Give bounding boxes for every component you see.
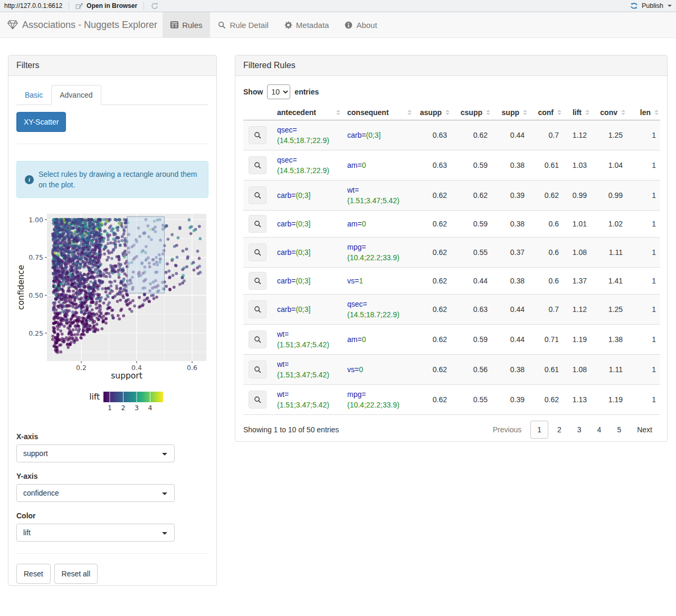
consequent-cell: mpg=(10.4;22.2;33.9) [342, 385, 413, 415]
viewer-toolbar: http://127.0.0.1:6612 Open in Browser Pu… [0, 0, 676, 12]
app-brand: Associations - Nuggets Explorer [0, 12, 163, 37]
rule-value: (14.5;18.7;22.9) [347, 309, 399, 320]
magnifier-icon [254, 192, 262, 200]
svg-text:confidence: confidence [16, 265, 26, 310]
inspect-rule-button[interactable] [249, 186, 266, 204]
page-button-1[interactable]: 1 [530, 421, 548, 439]
y-axis-select[interactable]: confidence [16, 484, 175, 502]
page-button-4[interactable]: 4 [591, 421, 608, 439]
magnifier-icon [254, 306, 262, 314]
publish-button[interactable]: Publish [624, 0, 667, 12]
inspect-rule-button[interactable] [249, 156, 266, 174]
refresh-button[interactable] [145, 0, 164, 12]
inspect-rule-button[interactable] [249, 215, 266, 233]
lift-cell: 1.12 [563, 295, 591, 325]
y-axis-label: Y-axis [16, 472, 208, 480]
column-header-supp[interactable]: supp [492, 106, 529, 120]
inspect-rule-button[interactable] [249, 300, 266, 318]
page-button-5[interactable]: 5 [610, 421, 628, 439]
csupp-cell: 0.44 [451, 268, 492, 295]
asupp-cell: 0.63 [413, 120, 451, 150]
supp-cell: 0.38 [492, 150, 529, 181]
svg-text:support: support [111, 371, 142, 381]
column-header-conv[interactable]: conv [591, 106, 627, 120]
rule-variable: qsec= [277, 156, 297, 164]
rule-row-10: wt=(1.51;3.47;5.42)mpg=(10.4;22.2;33.9)0… [243, 385, 660, 415]
len-cell: 1 [627, 181, 660, 211]
navbar-tab-rules[interactable]: Rules [163, 12, 210, 37]
supp-cell: 0.37 [492, 238, 529, 268]
navbar-tab-about[interactable]: About [337, 12, 385, 37]
rules-table-body: qsec=(14.5;18.7;22.9)carb=(0;3]0.630.620… [243, 120, 660, 415]
svg-text:2: 2 [121, 404, 126, 412]
svg-text:4: 4 [148, 404, 153, 412]
color-value: lift [23, 528, 31, 537]
gem-icon [7, 20, 18, 30]
gear-icon [284, 21, 292, 29]
consequent-cell: carb=(0;3] [342, 120, 413, 150]
rule-variable: wt= [347, 186, 359, 194]
xy-scatter-button[interactable]: XY-Scatter [16, 112, 66, 132]
column-header-conf[interactable]: conf [529, 106, 563, 120]
navbar-tab-metadata[interactable]: Metadata [277, 12, 337, 37]
magnifier-icon [254, 336, 262, 344]
publish-menu-caret[interactable] [667, 0, 676, 12]
column-header-consequent[interactable]: consequent [342, 106, 413, 120]
actions-cell [243, 355, 272, 385]
actions-cell [243, 385, 272, 415]
column-header-lift[interactable]: lift [563, 106, 591, 120]
x-axis-label: X-axis [16, 432, 208, 441]
rule-row-3: carb=(0;3]wt=(1.51;3.47;5.42)0.620.620.3… [243, 181, 660, 211]
open-in-browser-button[interactable]: Open in Browser [70, 0, 142, 12]
conf-cell: 0.61 [529, 150, 563, 181]
supp-cell: 0.44 [492, 325, 529, 355]
column-header-label: len [640, 108, 651, 117]
column-header-label: consequent [347, 108, 389, 117]
filters-tab-advanced[interactable]: Advanced [51, 85, 101, 105]
search-icon [218, 21, 226, 29]
inspect-rule-button[interactable] [249, 330, 266, 348]
rule-variable: carb= [277, 277, 296, 285]
rule-value: (0;3] [296, 276, 310, 286]
navbar-tab-rule-detail[interactable]: Rule Detail [210, 12, 276, 37]
color-select[interactable]: lift [16, 524, 175, 542]
rule-row-9: wt=(1.51;3.47;5.42)vs=00.620.560.380.611… [243, 355, 660, 385]
filters-tab-basic[interactable]: Basic [16, 85, 51, 105]
inspect-rule-button[interactable] [249, 391, 266, 409]
inspect-rule-button[interactable] [249, 126, 266, 144]
chevron-down-icon [162, 453, 167, 456]
rule-value: (10.4;22.2;33.9) [347, 252, 399, 263]
filtered-rules-panel: Filtered Rules Show 10 entries anteceden… [235, 55, 668, 442]
conv-cell: 0.99 [591, 181, 627, 211]
rule-variable: qsec= [347, 300, 367, 308]
inspect-rule-button[interactable] [249, 361, 266, 378]
supp-cell: 0.44 [492, 120, 529, 150]
column-header-antecedent[interactable]: antecedent [272, 106, 342, 120]
scatter-plot[interactable]: 0.250.500.751.000.20.40.6supportconfiden… [16, 210, 210, 416]
reset-all-button[interactable]: Reset all [54, 564, 98, 584]
rule-row-6: carb=(0;3]vs=10.620.440.380.61.371.411 [243, 268, 660, 295]
reset-button[interactable]: Reset [16, 564, 51, 584]
inspect-rule-button[interactable] [249, 272, 266, 290]
entries-label: entries [294, 88, 319, 96]
rule-variable: carb= [277, 220, 296, 228]
csupp-cell: 0.59 [451, 150, 492, 181]
page-button-next[interactable]: Next [630, 421, 659, 439]
page-button-3[interactable]: 3 [570, 421, 588, 439]
rule-row-4: carb=(0;3]am=00.620.590.380.61.011.021 [243, 211, 660, 238]
conv-cell: 1.04 [591, 150, 627, 181]
column-header-csupp[interactable]: csupp [451, 106, 492, 120]
consequent-cell: vs=1 [342, 268, 413, 295]
rule-variable: carb= [277, 248, 296, 257]
page-button-previous[interactable]: Previous [486, 421, 528, 439]
conv-cell: 1.38 [591, 325, 627, 355]
x-axis-select[interactable]: support [16, 444, 175, 462]
page-length-select[interactable]: 10 [267, 84, 290, 99]
inspect-rule-button[interactable] [249, 243, 266, 261]
column-header-len[interactable]: len [627, 106, 660, 120]
navbar-tabs: RulesRule DetailMetadataAbout [163, 12, 385, 37]
rule-variable: vs= [347, 365, 359, 374]
rule-value: (0;3] [296, 190, 310, 201]
page-button-2[interactable]: 2 [550, 421, 568, 439]
column-header-asupp[interactable]: asupp [413, 106, 451, 120]
